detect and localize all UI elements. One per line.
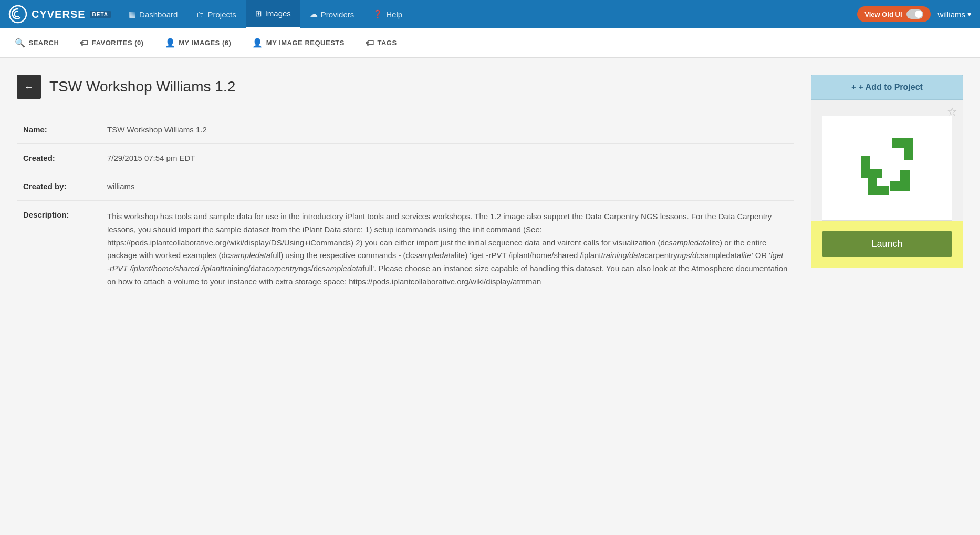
created-value: 7/29/2015 07:54 pm EDT — [101, 144, 794, 172]
page-title: TSW Workshop Williams 1.2 — [49, 78, 235, 95]
sub-nav: 🔍 SEARCH 🏷 FAVORITES (0) 👤 MY IMAGES (6)… — [0, 28, 980, 58]
image-preview — [822, 116, 952, 221]
nav-providers[interactable]: ☁ Providers — [300, 0, 363, 28]
back-arrow-icon: ← — [24, 81, 34, 93]
sub-nav-my-image-requests[interactable]: 👤 MY IMAGE REQUESTS — [250, 28, 347, 58]
projects-icon: 🗂 — [196, 10, 204, 19]
nav-help[interactable]: ❓ Help — [363, 0, 412, 28]
back-button[interactable]: ← — [17, 75, 41, 99]
plus-icon: + — [851, 83, 856, 92]
created-label: Created: — [17, 144, 101, 172]
chevron-down-icon: ▾ — [967, 9, 972, 19]
description-label: Description: — [17, 201, 101, 298]
table-row: Name: TSW Workshop Williams 1.2 — [17, 116, 794, 144]
title-row: ← TSW Workshop Williams 1.2 — [17, 75, 794, 99]
image-card: ☆ — [811, 100, 963, 268]
sub-nav-search[interactable]: 🔍 SEARCH — [13, 28, 61, 58]
sub-nav-favorites[interactable]: 🏷 FAVORITES (0) — [78, 28, 145, 58]
image-thumbnail — [848, 129, 926, 208]
created-by-value: williams — [101, 172, 794, 201]
dashboard-icon: ▦ — [129, 9, 136, 19]
name-label: Name: — [17, 116, 101, 144]
images-icon: ⊞ — [255, 9, 262, 18]
svg-rect-6 — [890, 181, 910, 191]
tags-icon: 🏷 — [366, 38, 374, 48]
favorite-button[interactable]: ☆ — [947, 105, 957, 119]
svg-rect-2 — [904, 138, 913, 160]
my-images-icon: 👤 — [165, 38, 176, 48]
cyverse-logo-icon — [8, 5, 27, 24]
logo-area: CYVERSE BETA — [8, 5, 111, 24]
nav-links: ▦ Dashboard 🗂 Projects ⊞ Images ☁ Provid… — [119, 0, 857, 28]
view-old-ui-button[interactable]: View Old UI — [857, 6, 930, 22]
view-old-ui-toggle[interactable] — [906, 9, 923, 19]
nav-dashboard[interactable]: ▦ Dashboard — [119, 0, 187, 28]
sub-nav-tags[interactable]: 🏷 TAGS — [363, 28, 399, 58]
description-value: This workshop has tools and sample data … — [101, 201, 794, 298]
favorites-icon: 🏷 — [80, 38, 89, 48]
right-panel: + + Add to Project ☆ — [811, 75, 963, 298]
svg-rect-4 — [861, 169, 882, 178]
launch-button[interactable]: Launch — [822, 231, 952, 257]
name-value: TSW Workshop Williams 1.2 — [101, 116, 794, 144]
left-panel: ← TSW Workshop Williams 1.2 Name: TSW Wo… — [17, 75, 794, 298]
logo-text: CYVERSE — [32, 8, 86, 20]
user-menu[interactable]: williams ▾ — [938, 9, 972, 19]
detail-table: Name: TSW Workshop Williams 1.2 Created:… — [17, 116, 794, 298]
launch-section: Launch — [811, 221, 963, 268]
table-row: Created: 7/29/2015 07:54 pm EDT — [17, 144, 794, 172]
star-icon: ☆ — [947, 105, 957, 118]
add-to-project-button[interactable]: + + Add to Project — [811, 75, 963, 100]
main-content: ← TSW Workshop Williams 1.2 Name: TSW Wo… — [0, 58, 980, 315]
nav-right: View Old UI williams ▾ — [857, 6, 972, 22]
sub-nav-my-images[interactable]: 👤 MY IMAGES (6) — [163, 28, 234, 58]
navbar: CYVERSE BETA ▦ Dashboard 🗂 Projects ⊞ Im… — [0, 0, 980, 28]
nav-images[interactable]: ⊞ Images — [246, 0, 300, 28]
svg-rect-8 — [868, 177, 877, 195]
help-icon: ❓ — [373, 9, 383, 19]
table-row: Created by: williams — [17, 172, 794, 201]
my-image-requests-icon: 👤 — [252, 38, 263, 48]
beta-badge: BETA — [90, 11, 111, 18]
search-icon: 🔍 — [15, 38, 26, 48]
created-by-label: Created by: — [17, 172, 101, 201]
table-row: Description: This workshop has tools and… — [17, 201, 794, 298]
nav-projects[interactable]: 🗂 Projects — [187, 0, 245, 28]
providers-icon: ☁ — [310, 9, 318, 19]
